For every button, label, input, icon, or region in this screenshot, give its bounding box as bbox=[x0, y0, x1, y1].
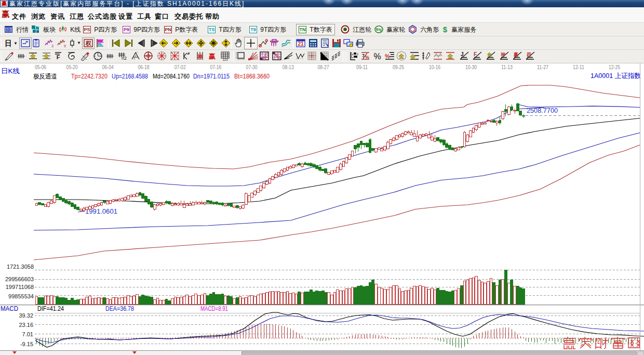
svg-text:11-27: 11-27 bbox=[537, 64, 548, 70]
svg-text:07-30: 07-30 bbox=[246, 64, 258, 70]
svg-text:DEA=36.78: DEA=36.78 bbox=[105, 305, 134, 312]
svg-text:99855534: 99855534 bbox=[8, 293, 34, 299]
svg-text:-9.15: -9.15 bbox=[20, 341, 33, 347]
svg-text:Dn=1971.0115: Dn=1971.0115 bbox=[193, 73, 230, 80]
svg-text:12-11: 12-11 bbox=[573, 64, 584, 70]
svg-text:39.32: 39.32 bbox=[19, 312, 33, 319]
svg-text:Up=2168.4588: Up=2168.4588 bbox=[112, 73, 148, 80]
svg-text:极反通道: 极反通道 bbox=[33, 73, 57, 80]
svg-text:Bt=1868.3660: Bt=1868.3660 bbox=[234, 73, 270, 80]
svg-text:199711068: 199711068 bbox=[6, 284, 34, 290]
svg-text:299566603: 299566603 bbox=[5, 276, 34, 282]
svg-text:08-13: 08-13 bbox=[283, 64, 294, 70]
svg-text:09-25: 09-25 bbox=[393, 64, 404, 70]
svg-text:1A0001 上证指数: 1A0001 上证指数 bbox=[591, 72, 641, 80]
svg-text:06-04: 06-04 bbox=[102, 64, 114, 70]
svg-text:08-27: 08-27 bbox=[318, 64, 329, 70]
svg-text:11-13: 11-13 bbox=[501, 64, 513, 70]
svg-text:1721.3058: 1721.3058 bbox=[7, 264, 34, 270]
svg-text:日K线: 日K线 bbox=[1, 67, 20, 75]
svg-text:10-16: 10-16 bbox=[429, 64, 440, 70]
svg-text:23.16: 23.16 bbox=[19, 322, 33, 328]
svg-text:09-11: 09-11 bbox=[356, 64, 368, 70]
svg-text:Tp=2242.7320: Tp=2242.7320 bbox=[71, 73, 108, 80]
svg-text:05-20: 05-20 bbox=[66, 64, 78, 70]
svg-text:12-25: 12-25 bbox=[609, 64, 620, 70]
svg-text:06-18: 06-18 bbox=[138, 64, 150, 70]
svg-text:DIF=41.24: DIF=41.24 bbox=[37, 305, 64, 312]
svg-text:2508.7700: 2508.7700 bbox=[527, 107, 558, 114]
svg-text:MACD: MACD bbox=[1, 305, 18, 312]
svg-text:7.01: 7.01 bbox=[22, 331, 33, 337]
svg-text:Md=2084.1760: Md=2084.1760 bbox=[153, 73, 190, 80]
svg-text:MACD=8.91: MACD=8.91 bbox=[200, 305, 228, 312]
svg-text:07-02: 07-02 bbox=[175, 64, 186, 70]
svg-text:07-16: 07-16 bbox=[210, 64, 221, 70]
svg-text:05-06: 05-06 bbox=[35, 64, 46, 70]
svg-text:10-30: 10-30 bbox=[465, 64, 477, 70]
